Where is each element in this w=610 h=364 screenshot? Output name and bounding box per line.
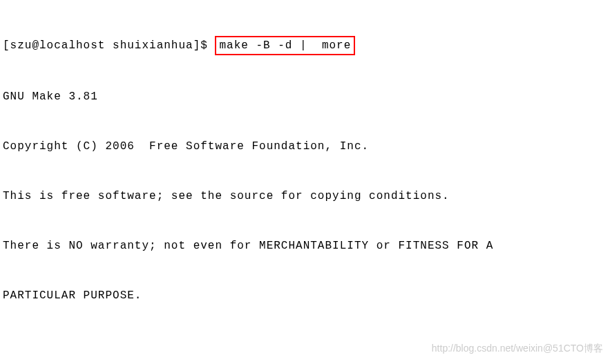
output-line-3: There is NO warranty; not even for MERCH… <box>3 238 607 254</box>
prompt-line: [szu@localhost shuixianhua]$ make -B -d … <box>3 36 607 55</box>
shell-prompt: [szu@localhost shuixianhua]$ <box>3 37 215 54</box>
output-line-2: This is free software; see the source fo… <box>3 188 607 204</box>
output-line-0: GNU Make 3.81 <box>3 88 607 105</box>
output-line-1: Copyright (C) 2006 Free Software Foundat… <box>3 138 607 155</box>
watermark-text: http://blog.csdn.net/weixin@51CTO博客 <box>432 341 603 356</box>
output-line-4: PARTICULAR PURPOSE. <box>3 287 607 304</box>
command-highlight: make -B -d | more <box>215 36 355 55</box>
terminal-output: [szu@localhost shuixianhua]$ make -B -d … <box>3 3 607 364</box>
